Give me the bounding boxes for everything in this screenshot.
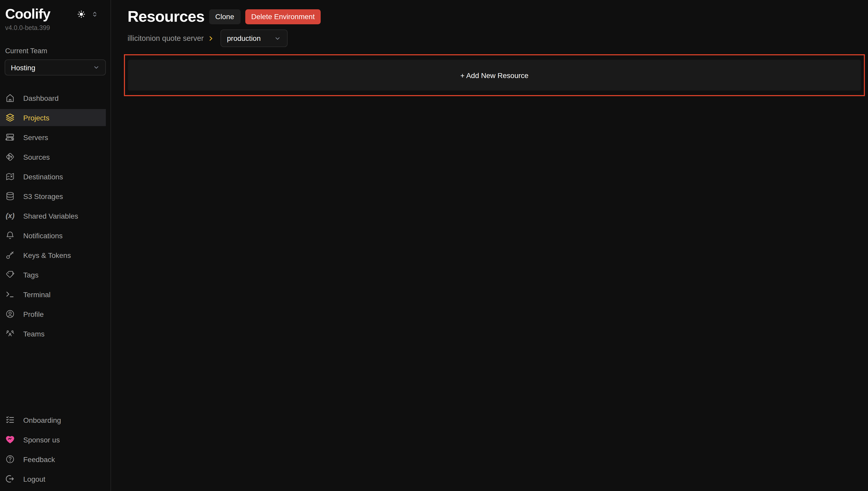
layers-icon bbox=[5, 113, 15, 122]
chevron-down-icon bbox=[274, 35, 281, 41]
sidebar-item-label: Notifications bbox=[23, 231, 63, 239]
add-new-resource-button[interactable]: + Add New Resource bbox=[128, 59, 861, 91]
current-team-label: Current Team bbox=[5, 47, 111, 55]
page-header: Resources Clone Delete Environment bbox=[128, 9, 861, 24]
server-icon bbox=[5, 132, 15, 142]
sidebar-item-servers[interactable]: Servers bbox=[0, 129, 106, 146]
sidebar-item-projects[interactable]: Projects bbox=[0, 109, 106, 126]
help-icon bbox=[5, 454, 15, 464]
sidebar-item-label: Shared Variables bbox=[23, 212, 78, 220]
git-icon bbox=[5, 152, 15, 162]
team-select-value: Hosting bbox=[11, 63, 35, 71]
sidebar-item-label: Tags bbox=[23, 270, 38, 279]
chevron-right-icon bbox=[208, 35, 214, 41]
sidebar-item-label: Destinations bbox=[23, 172, 63, 181]
sidebar-item-label: Keys & Tokens bbox=[23, 251, 71, 259]
breadcrumb: illicitonion quote server production bbox=[128, 29, 861, 47]
sidebar-item-label: Profile bbox=[23, 310, 43, 318]
environment-select[interactable]: production bbox=[220, 29, 288, 47]
home-icon bbox=[5, 93, 15, 103]
sidebar-header: Coolify bbox=[5, 6, 98, 22]
sidebar-item-onboarding[interactable]: Onboarding bbox=[0, 411, 106, 429]
sidebar-item-notifications[interactable]: Notifications bbox=[0, 227, 106, 244]
sidebar: Coolify v4.0.0-beta.399 Current Team Hos… bbox=[0, 0, 111, 491]
team-select[interactable]: Hosting bbox=[5, 59, 106, 76]
database-icon bbox=[5, 191, 15, 201]
sidebar-item-label: Dashboard bbox=[23, 94, 59, 102]
sidebar-item-label: Projects bbox=[23, 113, 49, 122]
sidebar-item-label: Sources bbox=[23, 153, 50, 161]
add-resource-area: + Add New Resource bbox=[128, 59, 861, 91]
user-icon bbox=[5, 309, 15, 319]
sidebar-item-sponsor-us[interactable]: Sponsor us bbox=[0, 431, 106, 448]
delete-environment-button[interactable]: Delete Environment bbox=[245, 9, 321, 24]
coolify-app: Coolify v4.0.0-beta.399 Current Team Hos… bbox=[0, 0, 868, 491]
clone-button[interactable]: Clone bbox=[209, 9, 240, 24]
sidebar-item-label: Teams bbox=[23, 329, 44, 338]
logout-icon bbox=[5, 474, 15, 484]
sidebar-item-feedback[interactable]: Feedback bbox=[0, 451, 106, 468]
sidebar-item-shared-variables[interactable]: (x)Shared Variables bbox=[0, 207, 106, 224]
sidebar-header-icons bbox=[77, 10, 98, 19]
sidebar-item-label: S3 Storages bbox=[23, 192, 63, 200]
sidebar-item-teams[interactable]: Teams bbox=[0, 325, 106, 342]
app-logo[interactable]: Coolify bbox=[5, 6, 50, 22]
sidebar-item-label: Terminal bbox=[23, 290, 51, 298]
sidebar-item-profile[interactable]: Profile bbox=[0, 306, 106, 322]
sidebar-item-label: Onboarding bbox=[23, 416, 61, 424]
key-icon bbox=[5, 250, 15, 260]
tags-icon bbox=[5, 270, 15, 280]
sidebar-item-label: Servers bbox=[23, 133, 48, 141]
sidebar-item-tags[interactable]: Tags bbox=[0, 266, 106, 283]
sidebar-item-keys-tokens[interactable]: Keys & Tokens bbox=[0, 247, 106, 264]
checklist-icon bbox=[5, 415, 15, 425]
chevron-down-icon bbox=[93, 64, 100, 71]
app-version: v4.0.0-beta.399 bbox=[5, 24, 111, 31]
map-icon bbox=[5, 172, 15, 181]
variables-icon: (x) bbox=[5, 211, 15, 221]
theme-toggle-sun-icon[interactable] bbox=[77, 10, 86, 19]
sidebar-spacer bbox=[0, 345, 111, 411]
sidebar-item-dashboard[interactable]: Dashboard bbox=[0, 89, 106, 107]
environment-select-value: production bbox=[227, 34, 261, 42]
main-content: Resources Clone Delete Environment illic… bbox=[111, 0, 868, 491]
page-title: Resources bbox=[128, 9, 205, 24]
sidebar-item-sources[interactable]: Sources bbox=[0, 148, 106, 165]
sidebar-item-terminal[interactable]: Terminal bbox=[0, 286, 106, 303]
users-icon bbox=[5, 329, 15, 339]
sidebar-item-label: Feedback bbox=[23, 455, 55, 463]
sidebar-nav: DashboardProjectsServersSourcesDestinati… bbox=[0, 89, 111, 345]
sidebar-item-destinations[interactable]: Destinations bbox=[0, 168, 106, 185]
sidebar-item-logout[interactable]: Logout bbox=[0, 470, 106, 487]
sidebar-item-label: Sponsor us bbox=[23, 435, 60, 444]
bell-icon bbox=[5, 231, 15, 240]
unfold-chevrons-icon[interactable] bbox=[91, 11, 98, 18]
terminal-icon bbox=[5, 289, 15, 299]
breadcrumb-project-link[interactable]: illicitonion quote server bbox=[128, 34, 204, 42]
heart-icon bbox=[5, 435, 15, 444]
sidebar-item-s3-storages[interactable]: S3 Storages bbox=[0, 187, 106, 205]
sidebar-footer-nav: OnboardingSponsor usFeedbackLogout bbox=[0, 411, 111, 490]
sidebar-item-label: Logout bbox=[23, 475, 45, 483]
